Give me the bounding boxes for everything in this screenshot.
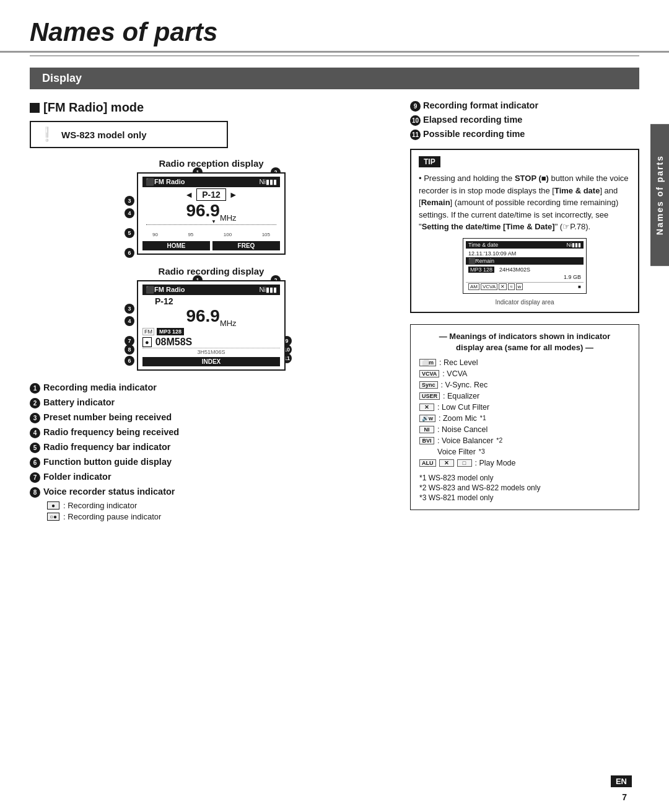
rec-index-btn: INDEX: [142, 357, 280, 366]
tip-icon-vcva: VCVA: [481, 283, 497, 290]
folder-badge: FM: [142, 328, 154, 335]
item-num-5: 5: [30, 443, 40, 453]
rec-badge-8: 8: [125, 345, 134, 355]
tip-icon-am: AM: [468, 283, 479, 290]
icon-lowcut: ✕: [419, 404, 434, 411]
screen-battery: Ni▮▮▮: [260, 178, 277, 186]
pause-indicator-icon: ○●: [47, 513, 59, 521]
footnote-2: *2 WS-823 and WS-822 models only: [419, 483, 630, 492]
item-label-1: Recording media indicator: [43, 382, 157, 394]
right-item-9: 9 Recording format indicator: [410, 100, 639, 112]
remain-label: Remain: [421, 198, 450, 207]
tip-screen: Time & date Ni▮▮▮ 12.11.'13.10:09 AM ⬛Re…: [463, 238, 587, 294]
screen-fm-label: ⬛FM Radio: [146, 178, 185, 186]
rec-elapsed-time: 08M58S: [155, 337, 193, 348]
footnotes: *1 WS-823 model only *2 WS-823 and WS-82…: [419, 474, 630, 502]
tip-bullet: •: [419, 174, 422, 183]
tip-screen-title: Time & date: [468, 242, 498, 248]
recording-display-section: Radio recording display 1 2 3 4 7 8 6 9 …: [30, 266, 393, 371]
sub-item-pause: ○● : Recording pause indicator: [47, 512, 393, 521]
meaning-item-voicefilter: Voice Filter*3: [419, 448, 630, 456]
list-item: 2 Battery indicator: [30, 397, 393, 408]
item-label-5: Radio frequency bar indicator: [43, 441, 170, 453]
recording-screen-container: 1 2 3 4 7 8 6 9 10 11 ⬛FM Radio Ni▮▮▮ P-…: [131, 280, 292, 371]
freq-btn: FREQ: [212, 241, 280, 250]
badge-6: 6: [125, 248, 134, 258]
icon-sync: Sync: [419, 381, 438, 389]
page-number: 7: [622, 792, 627, 802]
list-item: 6 Function button guide display: [30, 456, 393, 468]
tip-mp3-badge: MP3 128: [468, 267, 494, 273]
list-item: 7 Folder indicator: [30, 471, 393, 483]
item-num-11: 11: [410, 130, 421, 140]
freq-scale: 90 95 100 105: [146, 232, 276, 237]
meaning-item-playmode: ALU ✕ □: Play Mode: [419, 459, 630, 467]
icon-vcva: VCVA: [419, 370, 439, 377]
meaning-item-vcva: VCVA: VCVA: [419, 369, 630, 378]
sub-items-list: ● : Recording indicator ○● : Recording p…: [47, 501, 393, 521]
item-num-7: 7: [30, 472, 40, 483]
tip-duration: 24H43M02S: [499, 267, 530, 273]
item-num-9: 9: [410, 101, 421, 112]
warning-box: ❕ WS-823 model only: [30, 121, 228, 148]
item-label-8: Voice recorder status indicator: [43, 486, 175, 498]
item-num-10: 10: [410, 115, 421, 126]
item-label-9: Recording format indicator: [423, 100, 538, 110]
tip-screen-mp3-row: MP3 128 24H43M02S: [466, 266, 584, 273]
preset-value: P-12: [196, 188, 226, 201]
rec-screen-battery: Ni▮▮▮: [260, 286, 277, 294]
right-item-10: 10 Elapsed recording time: [410, 115, 639, 126]
main-content: [FM Radio] mode ❕ WS-823 model only Radi…: [0, 100, 669, 523]
left-column: [FM Radio] mode ❕ WS-823 model only Radi…: [30, 100, 393, 523]
sidebar-label: Names of parts: [650, 124, 669, 266]
icon-noisecancel: NI: [419, 426, 434, 433]
page-title: Names of parts: [0, 0, 669, 53]
item-label-2: Battery indicator: [43, 397, 115, 408]
footnote-1: *1 WS-823 model only: [419, 474, 630, 482]
tip-screen-icons: AM VCVA ✕ ≈ w ■: [466, 282, 584, 291]
meaning-item-user: USER: Equalizer: [419, 392, 630, 400]
section-header: Display: [30, 68, 639, 89]
meaning-item-lowcut: ✕: Low Cut Filter: [419, 403, 630, 412]
tip-icon-wave: ≈: [508, 283, 514, 290]
screen-header-row: ⬛FM Radio Ni▮▮▮: [142, 177, 280, 187]
icon-playmode2: ✕: [439, 459, 454, 467]
item-num-6: 6: [30, 457, 40, 468]
warning-icon: ❕: [38, 126, 55, 143]
meaning-item-sync: Sync: V-Sync. Rec: [419, 381, 630, 389]
right-column: 9 Recording format indicator 10 Elapsed …: [410, 100, 639, 523]
meaning-item-zoommic: 🔊w: Zoom Mic*1: [419, 414, 630, 423]
meaning-item-noisecancel: NI: Noise Cancel: [419, 425, 630, 434]
indicator-area-label: Indicator display area: [419, 299, 631, 306]
icon-playmode1: ALU: [419, 459, 436, 467]
badge-4: 4: [125, 208, 134, 218]
item-label-6: Function button guide display: [43, 456, 172, 468]
item-num-8: 8: [30, 487, 40, 498]
meaning-item-voicebalancer: BVI: Voice Balancer*2: [419, 436, 630, 445]
reception-screen-container: 1 2 3 4 5 6 ⬛FM Radio Ni▮▮▮ ◄ P-12 ►: [131, 172, 292, 255]
badge-3: 3: [125, 196, 134, 206]
item-label-3: Preset number being received: [43, 412, 172, 423]
tip-screen-gb: 1.9 GB: [466, 273, 584, 281]
tip-content: • Pressing and holding the STOP (■) butt…: [419, 172, 631, 233]
freq-bar-area: ▼ 90 95 100 105: [142, 223, 280, 239]
recording-screen: ⬛FM Radio Ni▮▮▮ P-12 96.9MHz FM MP3 128: [137, 280, 286, 371]
item-num-4: 4: [30, 428, 40, 438]
meanings-box: Meanings of indicators shown in indicato…: [410, 324, 639, 510]
tip-icon-x: ✕: [499, 283, 507, 290]
tip-icon-square: ■: [578, 284, 581, 289]
icon-voicebalancer: BVI: [419, 437, 434, 444]
fm-radio-label: [FM Radio] mode: [43, 100, 144, 115]
rec-screen-header: ⬛FM Radio Ni▮▮▮: [142, 285, 280, 295]
square-icon: [30, 103, 40, 113]
meanings-title: Meanings of indicators shown in indicato…: [419, 331, 630, 353]
time-date-label: Time & date: [554, 186, 600, 195]
tip-box: TIP • Pressing and holding the STOP (■) …: [410, 149, 639, 313]
item-label-11: Possible recording time: [423, 129, 525, 139]
item-label-10: Elapsed recording time: [423, 115, 522, 125]
rec-screen-preset: P-12: [142, 296, 280, 306]
rec-time-row: ● 08M58S: [142, 337, 280, 348]
list-item: 8 Voice recorder status indicator: [30, 486, 393, 498]
icon-reclevel: ⬜m: [419, 359, 436, 366]
warning-text: WS-823 model only: [61, 130, 147, 140]
